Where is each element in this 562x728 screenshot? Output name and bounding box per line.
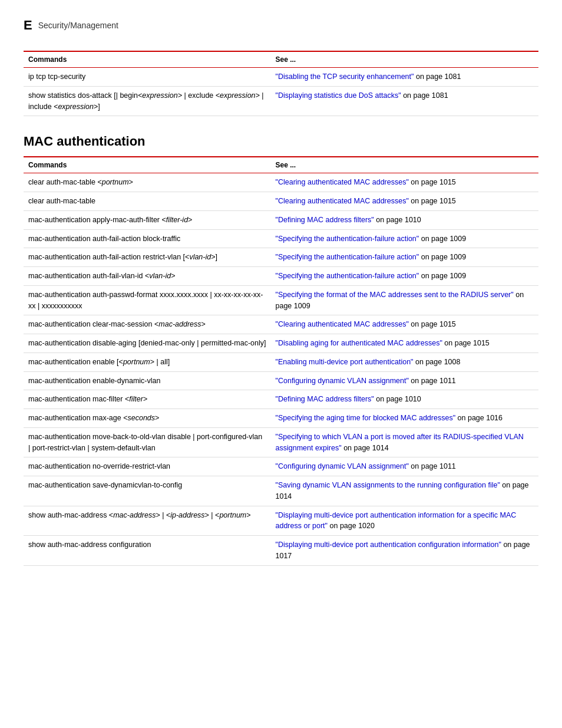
mac-table: Commands See ... clear auth-mac-table <p… <box>24 156 538 565</box>
see-link[interactable]: "Clearing authenticated MAC addresses" <box>276 320 409 328</box>
mac-table-col2-header: See ... <box>271 157 538 173</box>
table-row: show auth-mac-address <mac-address> | <i… <box>24 506 538 536</box>
cmd-cell: mac-authentication clear-mac-session <ma… <box>24 315 271 334</box>
table-row: mac-authentication no-override-restrict-… <box>24 457 538 476</box>
see-cell: "Specifying the authentication-failure a… <box>271 248 538 267</box>
see-link[interactable]: "Disabling the TCP security enhancement" <box>276 73 414 81</box>
table-row: mac-authentication auth-passwd-format xx… <box>24 285 538 315</box>
table-row: mac-authentication clear-mac-session <ma… <box>24 315 538 334</box>
cmd-cell: mac-authentication auth-fail-vlan-id <vl… <box>24 267 271 286</box>
page-header: E Security/Management <box>24 18 538 33</box>
see-cell: "Specifying the authentication-failure a… <box>271 267 538 286</box>
see-cell: "Clearing authenticated MAC addresses" o… <box>271 315 538 334</box>
cmd-cell: mac-authentication enable-dynamic-vlan <box>24 371 271 390</box>
table-row: mac-authentication enable [<portnum> | a… <box>24 353 538 371</box>
top-table-col2-header: See ... <box>271 51 538 68</box>
see-cell: "Saving dynamic VLAN assignments to the … <box>271 476 538 506</box>
table-row: show auth-mac-address configuration "Dis… <box>24 536 538 566</box>
see-link[interactable]: "Specifying the format of the MAC addres… <box>276 291 514 299</box>
table-row: mac-authentication apply-mac-auth-filter… <box>24 210 538 229</box>
table-row: mac-authentication max-age <seconds> "Sp… <box>24 409 538 428</box>
see-cell: "Defining MAC address filters" on page 1… <box>271 390 538 409</box>
table-row: mac-authentication auth-fail-action bloc… <box>24 229 538 248</box>
table-row: mac-authentication move-back-to-old-vlan… <box>24 427 538 457</box>
cmd-cell: ip tcp tcp-security <box>24 68 271 87</box>
table-row: mac-authentication save-dynamicvlan-to-c… <box>24 476 538 506</box>
see-cell: "Enabling multi-device port authenticati… <box>271 353 538 371</box>
see-link[interactable]: "Configuring dynamic VLAN assignment" <box>276 462 409 470</box>
see-cell: "Clearing authenticated MAC addresses" o… <box>271 192 538 211</box>
see-link[interactable]: "Clearing authenticated MAC addresses" <box>276 197 409 205</box>
table-row: mac-authentication mac-filter <filter> "… <box>24 390 538 409</box>
cmd-cell: mac-authentication auth-passwd-format xx… <box>24 285 271 315</box>
cmd-cell: show auth-mac-address <mac-address> | <i… <box>24 506 271 536</box>
table-row: ip tcp tcp-security "Disabling the TCP s… <box>24 68 538 87</box>
table-row: clear auth-mac-table <portnum> "Clearing… <box>24 173 538 192</box>
table-row: show statistics dos-attack [| begin<expr… <box>24 86 538 116</box>
table-row: mac-authentication auth-fail-vlan-id <vl… <box>24 267 538 286</box>
see-cell: "Clearing authenticated MAC addresses" o… <box>271 173 538 192</box>
cmd-cell: mac-authentication auth-fail-action rest… <box>24 248 271 267</box>
cmd-cell: mac-authentication disable-aging [denied… <box>24 334 271 353</box>
header-letter: E <box>24 18 32 33</box>
cmd-cell: show statistics dos-attack [| begin<expr… <box>24 86 271 116</box>
cmd-cell: mac-authentication apply-mac-auth-filter… <box>24 210 271 229</box>
table-row: mac-authentication disable-aging [denied… <box>24 334 538 353</box>
see-link[interactable]: "Specifying to which VLAN a port is move… <box>276 433 524 452</box>
see-cell: "Specifying the authentication-failure a… <box>271 229 538 248</box>
see-link[interactable]: "Configuring dynamic VLAN assignment" <box>276 377 409 385</box>
see-cell: "Displaying multi-device port authentica… <box>271 536 538 566</box>
see-link[interactable]: "Defining MAC address filters" <box>276 216 374 224</box>
see-link[interactable]: "Defining MAC address filters" <box>276 395 374 403</box>
cmd-cell: mac-authentication enable [<portnum> | a… <box>24 353 271 371</box>
table-row: mac-authentication auth-fail-action rest… <box>24 248 538 267</box>
see-cell: "Configuring dynamic VLAN assignment" on… <box>271 457 538 476</box>
see-cell: "Specifying the aging time for blocked M… <box>271 409 538 428</box>
see-link[interactable]: "Displaying statistics due DoS attacks" <box>276 91 401 100</box>
cmd-cell: mac-authentication save-dynamicvlan-to-c… <box>24 476 271 506</box>
mac-section-title: MAC authentication <box>24 134 538 149</box>
cmd-cell: mac-authentication max-age <seconds> <box>24 409 271 428</box>
see-link[interactable]: "Specifying the authentication-failure a… <box>276 235 419 243</box>
cmd-cell: clear auth-mac-table <portnum> <box>24 173 271 192</box>
top-table-col1-header: Commands <box>24 51 271 68</box>
see-link[interactable]: "Saving dynamic VLAN assignments to the … <box>276 481 500 489</box>
see-link[interactable]: "Disabling aging for authenticated MAC a… <box>276 339 442 347</box>
cmd-cell: mac-authentication move-back-to-old-vlan… <box>24 427 271 457</box>
cmd-cell: show auth-mac-address configuration <box>24 536 271 566</box>
cmd-cell: mac-authentication auth-fail-action bloc… <box>24 229 271 248</box>
see-cell: "Specifying the format of the MAC addres… <box>271 285 538 315</box>
see-link[interactable]: "Specifying the authentication-failure a… <box>276 272 419 280</box>
see-link[interactable]: "Specifying the authentication-failure a… <box>276 253 419 261</box>
header-title: Security/Management <box>38 21 118 30</box>
see-cell: "Displaying statistics due DoS attacks" … <box>271 86 538 116</box>
top-table: Commands See ... ip tcp tcp-security "Di… <box>24 51 538 116</box>
see-cell: "Disabling the TCP security enhancement"… <box>271 68 538 87</box>
see-link[interactable]: "Displaying multi-device port authentica… <box>276 511 517 531</box>
table-row: mac-authentication enable-dynamic-vlan "… <box>24 371 538 390</box>
table-row: clear auth-mac-table "Clearing authentic… <box>24 192 538 211</box>
see-cell: "Specifying to which VLAN a port is move… <box>271 427 538 457</box>
see-cell: "Configuring dynamic VLAN assignment" on… <box>271 371 538 390</box>
see-link[interactable]: "Enabling multi-device port authenticati… <box>276 358 414 366</box>
see-cell: "Defining MAC address filters" on page 1… <box>271 210 538 229</box>
see-link[interactable]: "Specifying the aging time for blocked M… <box>276 414 456 422</box>
mac-table-col1-header: Commands <box>24 157 271 173</box>
cmd-cell: mac-authentication no-override-restrict-… <box>24 457 271 476</box>
cmd-cell: clear auth-mac-table <box>24 192 271 211</box>
see-cell: "Disabling aging for authenticated MAC a… <box>271 334 538 353</box>
cmd-cell: mac-authentication mac-filter <filter> <box>24 390 271 409</box>
see-link[interactable]: "Displaying multi-device port authentica… <box>276 541 501 549</box>
see-cell: "Displaying multi-device port authentica… <box>271 506 538 536</box>
see-link[interactable]: "Clearing authenticated MAC addresses" <box>276 178 409 186</box>
